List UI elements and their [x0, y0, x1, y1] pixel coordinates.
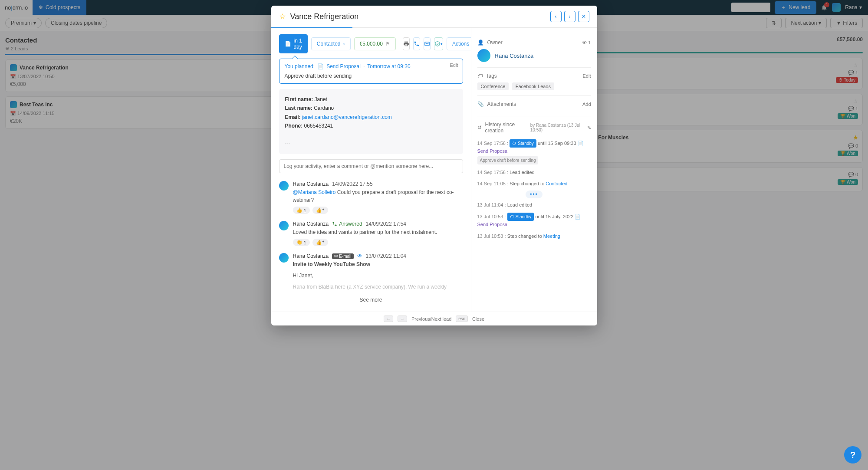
next-button[interactable]: ›: [564, 11, 575, 22]
history-item: 13 Jul 11:04 : Lead edited: [477, 199, 591, 211]
activity-log-input[interactable]: [279, 159, 463, 173]
actions-dropdown[interactable]: Actions ▾: [447, 37, 471, 50]
feed-item: Rana Costanza ✉ E-mail 👁 13/07/2022 11:0…: [279, 250, 463, 294]
watchers[interactable]: 👁 1: [582, 40, 591, 45]
history-more[interactable]: •••: [477, 190, 591, 199]
avatar: [279, 253, 289, 263]
user-icon: 👤: [477, 39, 484, 46]
modal-header: ☆ Vance Refrigeration ‹ › ✕: [271, 6, 597, 28]
planned-note: Approve draft before sending: [285, 73, 457, 79]
tag-icon: 🏷: [477, 73, 483, 79]
owner-avatar: [477, 49, 490, 62]
footer-close-label[interactable]: Close: [472, 316, 484, 322]
esc-key: esc: [456, 316, 468, 322]
chevron-right-icon: ›: [343, 41, 345, 47]
footer-prevnext-label: Previous/Next lead: [411, 316, 451, 322]
print-button[interactable]: [403, 37, 410, 50]
svg-point-1: [435, 42, 440, 46]
history-item: 14 Sep 17:56 : ⏱ Standby until 15 Sep 09…: [477, 137, 591, 167]
tag[interactable]: Facebook Leads: [512, 82, 554, 90]
call-button[interactable]: [413, 37, 420, 50]
add-reaction[interactable]: 👍⁺: [312, 207, 328, 214]
reaction[interactable]: 👏 1: [293, 239, 310, 246]
modal-title: Vance Refrigeration: [290, 12, 359, 21]
avatar: [279, 221, 289, 230]
due-chip[interactable]: 📄in 1 day: [279, 34, 308, 53]
attachment-icon: 📎: [477, 101, 484, 107]
attach-add[interactable]: Add: [582, 102, 591, 107]
email-link[interactable]: janet.cardano@vancerefrigeration.com: [302, 114, 392, 120]
feed-item: Rana Costanza14/09/2022 17:55 @Mariana S…: [279, 177, 463, 217]
tag[interactable]: Conference: [477, 82, 509, 90]
tags-edit[interactable]: Edit: [583, 73, 591, 79]
star-icon[interactable]: ☆: [279, 12, 286, 21]
owner-name[interactable]: Rana Costanza: [495, 53, 534, 59]
mention-link[interactable]: @Mariana Solleiro: [293, 189, 336, 195]
history-item: 14 Sep 11:05 : Step changed to Contacted: [477, 178, 591, 190]
arrow-left-key: ←: [384, 316, 393, 322]
flag-icon: ⚑: [385, 41, 390, 47]
amount-chip[interactable]: €5,000.00 ⚑: [354, 37, 396, 50]
history-edit[interactable]: ✎: [587, 125, 591, 131]
planned-activity: Send Proposal: [326, 63, 361, 69]
email-button[interactable]: [424, 37, 431, 50]
modal-footer: ← → Previous/Next lead esc Close: [271, 312, 597, 325]
planned-edit[interactable]: Edit: [450, 62, 458, 68]
prev-button[interactable]: ‹: [550, 11, 562, 22]
lead-modal: ☆ Vance Refrigeration ‹ › ✕ 📄in 1 day Co…: [271, 6, 597, 325]
planned-when: Tomorrow at 09:30: [367, 63, 410, 69]
modal-left-panel: 📄in 1 day Contacted › €5,000.00 ⚑ ▾ Acti…: [271, 28, 471, 312]
avatar: [279, 181, 289, 191]
see-more[interactable]: See more: [279, 294, 463, 306]
history-item: 13 Jul 10:53 : Step changed to Meeting: [477, 230, 591, 242]
add-reaction[interactable]: 👍⁺: [312, 239, 328, 246]
history-item: 13 Jul 10:53 : ⏱ Standby until 15 July, …: [477, 210, 591, 230]
close-button[interactable]: ✕: [578, 11, 589, 22]
eye-icon: 👁: [357, 253, 362, 259]
planned-box: You planned: 📄 Send Proposal · Tomorrow …: [279, 59, 463, 84]
email-badge: ✉ E-mail: [332, 253, 353, 259]
reaction[interactable]: 👍 1: [293, 207, 310, 214]
check-dropdown[interactable]: ▾: [434, 37, 443, 50]
feed-item: Rana Costanza Answered 14/09/2022 17:54 …: [279, 217, 463, 250]
contact-details: First name: Janet Last name: Cardano Ema…: [279, 89, 463, 154]
doc-icon: 📄: [317, 63, 324, 69]
arrow-right-key: →: [398, 316, 407, 322]
answered-badge: Answered: [332, 221, 362, 227]
doc-icon: 📄: [285, 41, 291, 47]
status-chip[interactable]: Contacted ›: [311, 37, 351, 50]
planned-label: You planned:: [285, 63, 315, 69]
history-icon: ↺: [477, 125, 482, 131]
history-item: 14 Sep 17:56 : Lead edited: [477, 167, 591, 178]
modal-overlay: ☆ Vance Refrigeration ‹ › ✕ 📄in 1 day Co…: [0, 0, 868, 352]
modal-right-panel: 👤Owner👁 1 Rana Costanza 🏷TagsEdit Confer…: [471, 28, 597, 312]
